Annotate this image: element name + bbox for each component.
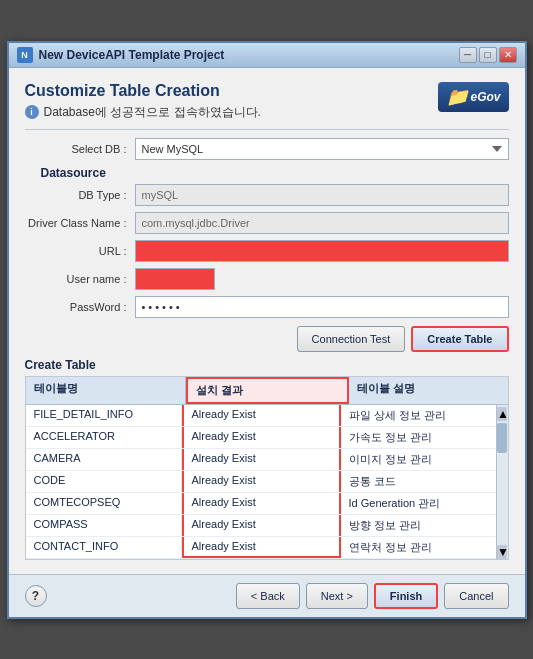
back-button[interactable]: < Back bbox=[236, 583, 300, 609]
cell-3-1: Already Exist bbox=[182, 471, 341, 492]
db-type-row: DB Type : bbox=[25, 184, 509, 206]
cell-3-2: 공통 코드 bbox=[341, 471, 496, 492]
datasource-label: Datasource bbox=[25, 166, 509, 180]
cell-4-1: Already Exist bbox=[182, 493, 341, 514]
table-header: 테이블명 설치 결과 테이블 설명 bbox=[26, 377, 508, 405]
url-input[interactable] bbox=[135, 240, 509, 262]
minimize-button[interactable]: ─ bbox=[459, 47, 477, 63]
cell-0-2: 파일 상세 정보 관리 bbox=[341, 405, 496, 426]
navigation-buttons: < Back Next > Finish Cancel bbox=[236, 583, 509, 609]
password-label: PassWord : bbox=[25, 301, 135, 313]
finish-button[interactable]: Finish bbox=[374, 583, 438, 609]
title-bar: N New DeviceAPI Template Project ─ □ ✕ bbox=[9, 43, 525, 68]
window-title: New DeviceAPI Template Project bbox=[39, 48, 225, 62]
cell-0-0: FILE_DETAIL_INFO bbox=[26, 405, 182, 426]
cell-5-2: 방향 정보 관리 bbox=[341, 515, 496, 536]
table-wrapper: FILE_DETAIL_INFO Already Exist 파일 상세 정보 … bbox=[26, 405, 508, 559]
bottom-bar: ? < Back Next > Finish Cancel bbox=[9, 574, 525, 617]
table-row: CONTACT_INFO Already Exist 연락처 정보 관리 bbox=[26, 537, 496, 559]
cell-2-2: 이미지 정보 관리 bbox=[341, 449, 496, 470]
db-type-label: DB Type : bbox=[25, 189, 135, 201]
select-db-label: Select DB : bbox=[25, 143, 135, 155]
logo-text: eGov bbox=[470, 90, 500, 104]
title-bar-left: N New DeviceAPI Template Project bbox=[17, 47, 225, 63]
username-input[interactable] bbox=[135, 268, 215, 290]
cell-6-2: 연락처 정보 관리 bbox=[341, 537, 496, 558]
table-row: FILE_DETAIL_INFO Already Exist 파일 상세 정보 … bbox=[26, 405, 496, 427]
divider-1 bbox=[25, 129, 509, 130]
cell-2-1: Already Exist bbox=[182, 449, 341, 470]
cell-6-0: CONTACT_INFO bbox=[26, 537, 182, 558]
help-button[interactable]: ? bbox=[25, 585, 47, 607]
scroll-up-arrow[interactable]: ▲ bbox=[497, 407, 507, 421]
info-icon: i bbox=[25, 105, 39, 119]
page-title: Customize Table Creation bbox=[25, 82, 261, 100]
table-content: FILE_DETAIL_INFO Already Exist 파일 상세 정보 … bbox=[26, 405, 496, 559]
cell-2-0: CAMERA bbox=[26, 449, 182, 470]
cell-5-0: COMPASS bbox=[26, 515, 182, 536]
username-row: User name : bbox=[25, 268, 509, 290]
table-row: CODE Already Exist 공통 코드 bbox=[26, 471, 496, 493]
table-row: CAMERA Already Exist 이미지 정보 관리 bbox=[26, 449, 496, 471]
connection-test-button[interactable]: Connection Test bbox=[297, 326, 406, 352]
scrollbar[interactable]: ▲ ▼ bbox=[496, 405, 508, 559]
egov-logo: 📁 eGov bbox=[438, 82, 508, 112]
select-db-row: Select DB : New MySQL bbox=[25, 138, 509, 160]
cell-3-0: CODE bbox=[26, 471, 182, 492]
db-type-input bbox=[135, 184, 509, 206]
create-table-table: 테이블명 설치 결과 테이블 설명 FILE_DETAIL_INFO Alrea… bbox=[25, 376, 509, 560]
cell-4-0: COMTECOPSEQ bbox=[26, 493, 182, 514]
folder-icon: 📁 bbox=[446, 86, 468, 108]
url-row: URL : bbox=[25, 240, 509, 262]
main-window: N New DeviceAPI Template Project ─ □ ✕ C… bbox=[7, 41, 527, 619]
header-left: Customize Table Creation i Database에 성공적… bbox=[25, 82, 261, 121]
next-button[interactable]: Next > bbox=[306, 583, 368, 609]
cell-1-1: Already Exist bbox=[182, 427, 341, 448]
table-row: COMPASS Already Exist 방향 정보 관리 bbox=[26, 515, 496, 537]
driver-class-label: Driver Class Name : bbox=[25, 217, 135, 229]
maximize-button[interactable]: □ bbox=[479, 47, 497, 63]
cell-1-2: 가속도 정보 관리 bbox=[341, 427, 496, 448]
url-label: URL : bbox=[25, 245, 135, 257]
content-area: Customize Table Creation i Database에 성공적… bbox=[9, 68, 525, 574]
close-button[interactable]: ✕ bbox=[499, 47, 517, 63]
driver-class-row: Driver Class Name : bbox=[25, 212, 509, 234]
col-header-2: 테이블 설명 bbox=[349, 377, 508, 404]
table-row: ACCELERATOR Already Exist 가속도 정보 관리 bbox=[26, 427, 496, 449]
col-header-0: 테이블명 bbox=[26, 377, 186, 404]
create-table-button[interactable]: Create Table bbox=[411, 326, 508, 352]
cell-1-0: ACCELERATOR bbox=[26, 427, 182, 448]
cell-6-1: Already Exist bbox=[182, 537, 341, 558]
create-table-label: Create Table bbox=[25, 358, 509, 372]
action-buttons: Connection Test Create Table bbox=[25, 326, 509, 352]
cell-0-1: Already Exist bbox=[182, 405, 341, 426]
scroll-thumb[interactable] bbox=[497, 423, 507, 453]
cell-5-1: Already Exist bbox=[182, 515, 341, 536]
username-label: User name : bbox=[25, 273, 135, 285]
subtitle-text: Database에 성공적으로 접속하였습니다. bbox=[44, 104, 261, 121]
app-icon: N bbox=[17, 47, 33, 63]
create-table-section: Create Table 테이블명 설치 결과 테이블 설명 FILE_DETA… bbox=[25, 358, 509, 560]
select-db-dropdown[interactable]: New MySQL bbox=[135, 138, 509, 160]
driver-class-input bbox=[135, 212, 509, 234]
table-row: COMTECOPSEQ Already Exist Id Generation … bbox=[26, 493, 496, 515]
scroll-down-arrow[interactable]: ▼ bbox=[497, 545, 507, 559]
cell-4-2: Id Generation 관리 bbox=[341, 493, 496, 514]
header-section: Customize Table Creation i Database에 성공적… bbox=[25, 82, 509, 121]
header-subtitle: i Database에 성공적으로 접속하였습니다. bbox=[25, 104, 261, 121]
password-input[interactable] bbox=[135, 296, 509, 318]
col-header-1: 설치 결과 bbox=[186, 377, 349, 404]
title-controls: ─ □ ✕ bbox=[459, 47, 517, 63]
password-row: PassWord : bbox=[25, 296, 509, 318]
cancel-button[interactable]: Cancel bbox=[444, 583, 508, 609]
